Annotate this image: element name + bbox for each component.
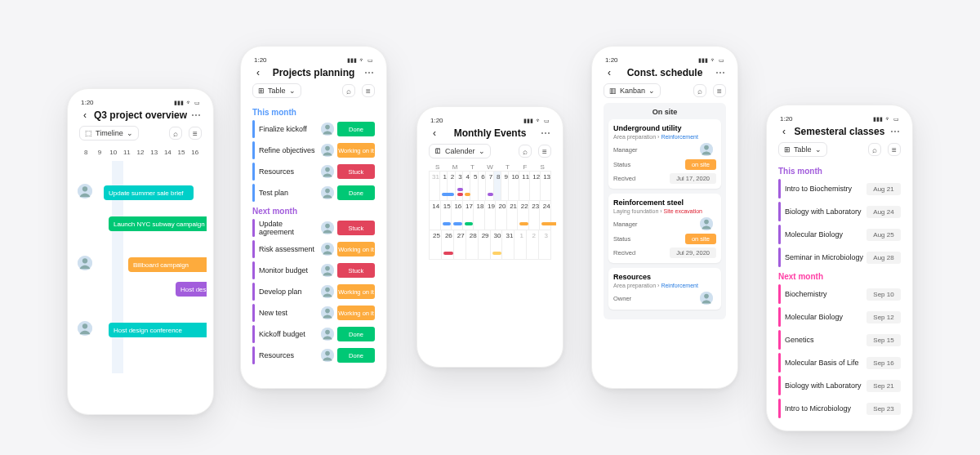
list-item[interactable]: Molecular Biology Aug 25 bbox=[778, 225, 901, 244]
assignee-avatar[interactable] bbox=[321, 165, 334, 178]
search-button[interactable]: ⌕ bbox=[868, 143, 881, 156]
assignee-avatar[interactable] bbox=[321, 285, 334, 298]
calendar-cell[interactable]: 29 bbox=[479, 230, 491, 260]
list-item[interactable]: Intro to Microbiology Sep 23 bbox=[778, 399, 901, 418]
assignee-avatar[interactable] bbox=[78, 321, 92, 336]
calendar-cell[interactable]: 4 bbox=[463, 172, 470, 201]
back-button[interactable]: ‹ bbox=[429, 127, 440, 139]
more-button[interactable]: ⋯ bbox=[889, 126, 901, 137]
back-button[interactable]: ‹ bbox=[79, 109, 91, 121]
kanban-column[interactable]: On site Underground utility Area prepara… bbox=[604, 103, 726, 319]
back-button[interactable]: ‹ bbox=[252, 67, 264, 78]
view-selector[interactable]: ▥ Kanban ⌄ bbox=[604, 83, 661, 98]
search-button[interactable]: ⌕ bbox=[693, 84, 706, 97]
calendar-cell[interactable]: 6 bbox=[479, 172, 486, 201]
table-row[interactable]: Update agreement Stuck bbox=[252, 219, 375, 237]
assignee-avatar[interactable] bbox=[321, 306, 334, 319]
list-item[interactable]: Seminar in Microbiology Aug 28 bbox=[778, 248, 901, 267]
calendar-cell[interactable]: 1 bbox=[514, 230, 527, 260]
calendar-event[interactable] bbox=[443, 252, 453, 255]
calendar-cell[interactable]: 26 bbox=[442, 230, 454, 260]
assignee-avatar[interactable] bbox=[78, 256, 92, 270]
calendar-event[interactable] bbox=[492, 252, 502, 255]
calendar-cell[interactable]: 18 bbox=[474, 201, 485, 230]
assignee-avatar[interactable] bbox=[78, 184, 92, 199]
calendar-event[interactable] bbox=[453, 222, 462, 225]
search-button[interactable]: ⌕ bbox=[519, 145, 532, 158]
calendar-cell[interactable]: 5 bbox=[470, 172, 478, 201]
search-button[interactable]: ⌕ bbox=[342, 84, 355, 97]
list-item[interactable]: Biology with Laboratory Aug 24 bbox=[778, 202, 901, 221]
timeline-bar[interactable]: Billboard campaign bbox=[128, 257, 207, 272]
status-badge[interactable]: Working on it bbox=[337, 143, 375, 158]
status-badge[interactable]: Done bbox=[337, 348, 375, 363]
calendar-cell[interactable]: 16 bbox=[452, 201, 463, 230]
calendar-cell[interactable]: 19 bbox=[485, 201, 497, 230]
table-row[interactable]: Develop plan Working on it bbox=[252, 283, 375, 301]
more-button[interactable]: ⋯ bbox=[715, 67, 726, 78]
status-badge[interactable]: on site bbox=[685, 234, 716, 244]
view-selector[interactable]: ⬚ Timeline ⌄ bbox=[79, 126, 139, 141]
assignee-avatar[interactable] bbox=[700, 292, 713, 305]
calendar-event[interactable] bbox=[465, 193, 470, 196]
status-badge[interactable]: on site bbox=[685, 159, 716, 170]
calendar-cell[interactable]: 24 bbox=[540, 201, 551, 230]
assignee-avatar[interactable] bbox=[321, 264, 334, 277]
table-row[interactable]: Monitor budget Stuck bbox=[252, 261, 375, 279]
table-row[interactable]: Finalize kickoff Done bbox=[252, 120, 375, 138]
view-selector[interactable]: 🗓 Calender ⌄ bbox=[429, 144, 491, 158]
view-selector[interactable]: ⊞ Table ⌄ bbox=[778, 142, 827, 157]
group-header[interactable]: Next month bbox=[778, 272, 901, 281]
table-row[interactable]: Resources Done bbox=[252, 346, 375, 364]
timeline-bar[interactable]: Launch NYC subway campaign bbox=[109, 216, 207, 231]
calendar-cell[interactable]: 7 bbox=[486, 172, 493, 201]
calendar-cell[interactable]: 25 bbox=[430, 230, 442, 260]
more-button[interactable]: ⋯ bbox=[190, 109, 202, 121]
status-badge[interactable]: Done bbox=[337, 185, 375, 200]
calendar-event[interactable] bbox=[519, 222, 528, 225]
calendar-event[interactable] bbox=[465, 222, 474, 225]
more-button[interactable]: ⋯ bbox=[540, 127, 551, 139]
assignee-avatar[interactable] bbox=[700, 143, 713, 156]
timeline-bar[interactable]: Host design con bbox=[176, 282, 207, 297]
kanban-card[interactable]: Reinforcement steel Laying foundation › … bbox=[608, 194, 721, 263]
calendar-event[interactable] bbox=[488, 193, 493, 196]
more-button[interactable]: ⋯ bbox=[363, 67, 375, 78]
table-row[interactable]: Refine objectives Working on it bbox=[252, 141, 375, 159]
timeline-bar[interactable]: Update summer sale brief bbox=[104, 185, 194, 200]
status-badge[interactable]: Stuck bbox=[337, 263, 375, 278]
list-item[interactable]: Molecular Basis of Life Sep 16 bbox=[778, 353, 901, 372]
calendar-cell[interactable]: 2 bbox=[527, 230, 539, 260]
calendar-event[interactable] bbox=[457, 193, 463, 196]
status-badge[interactable]: Done bbox=[337, 327, 375, 341]
calendar-cell[interactable]: 28 bbox=[466, 230, 479, 260]
status-badge[interactable]: Done bbox=[337, 122, 375, 136]
assignee-avatar[interactable] bbox=[321, 349, 334, 362]
filter-button[interactable]: ≡ bbox=[713, 84, 726, 97]
group-header[interactable]: This month bbox=[252, 108, 375, 117]
calendar-cell[interactable]: 3 bbox=[539, 230, 551, 260]
calendar-cell[interactable]: 8 bbox=[494, 172, 501, 201]
filter-button[interactable]: ≡ bbox=[362, 84, 375, 97]
calendar-cell[interactable]: 20 bbox=[496, 201, 507, 230]
back-button[interactable]: ‹ bbox=[604, 67, 615, 78]
calendar-event[interactable] bbox=[457, 188, 463, 191]
group-header[interactable]: Next month bbox=[252, 207, 375, 216]
search-button[interactable]: ⌕ bbox=[169, 127, 182, 140]
calendar-cell[interactable]: 17 bbox=[463, 201, 474, 230]
status-badge[interactable]: Stuck bbox=[337, 164, 375, 179]
table-row[interactable]: Risk assessment Working on it bbox=[252, 240, 375, 258]
calendar-cell[interactable]: 14 bbox=[430, 201, 441, 230]
calendar-cell[interactable]: 27 bbox=[454, 230, 466, 260]
assignee-avatar[interactable] bbox=[321, 221, 334, 234]
back-button[interactable]: ‹ bbox=[778, 126, 790, 137]
assignee-avatar[interactable] bbox=[700, 217, 713, 230]
calendar-cell[interactable]: 22 bbox=[518, 201, 529, 230]
filter-button[interactable]: ≡ bbox=[888, 143, 901, 156]
table-row[interactable]: Resources Stuck bbox=[252, 163, 375, 181]
calendar-cell[interactable]: 30 bbox=[491, 230, 503, 260]
calendar-event[interactable] bbox=[541, 222, 556, 225]
status-badge[interactable]: Working on it bbox=[337, 242, 375, 256]
kanban-card[interactable]: Resources Area preparation › Reinforceme… bbox=[608, 268, 721, 310]
kanban-card[interactable]: Underground utility Area preparation › R… bbox=[608, 119, 721, 189]
